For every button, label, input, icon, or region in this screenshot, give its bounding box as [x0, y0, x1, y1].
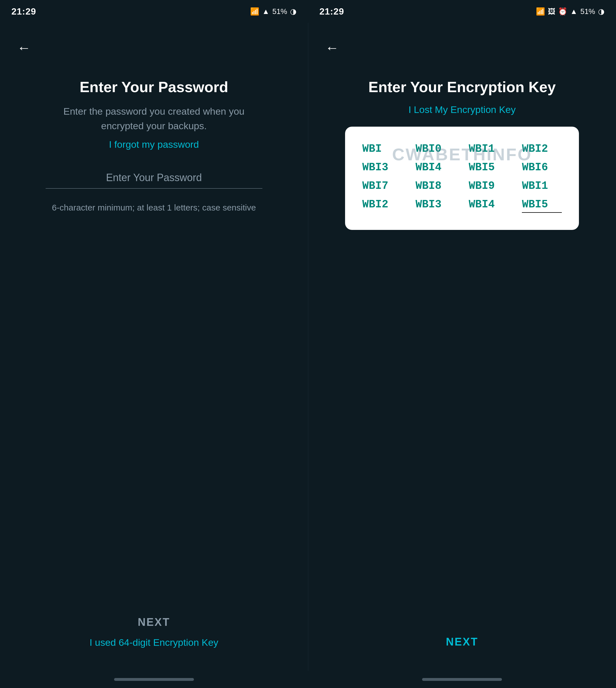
right-bottom-area: NEXT: [446, 636, 478, 671]
back-button-left[interactable]: ←: [17, 40, 31, 56]
battery-right: 51%: [580, 7, 595, 16]
key-token-wbi7: WBI7: [362, 178, 402, 194]
key-token-wbi2b: WBI2: [362, 196, 402, 213]
key-row-3: WBI7 WBI8 WBI9 WBI1: [362, 178, 562, 194]
password-hint: 6-character minimum; at least 1 letters;…: [52, 201, 256, 214]
password-input-container: [46, 167, 262, 189]
key-token-wbi0: WBI0: [416, 141, 456, 157]
key-token-wbi4b: WBI4: [469, 196, 509, 213]
key-token-wbi5-active: WBI5: [522, 196, 562, 213]
key-row-4: WBI2 WBI3 WBI4 WBI5: [362, 196, 562, 213]
signal-icon: ▲: [262, 7, 269, 16]
key-token-wbi1b: WBI1: [522, 178, 562, 194]
left-panel-title: Enter Your Password: [80, 79, 228, 95]
encryption-key-box: WBI WBI0 WBI1 WBI2 WBI3 WBI4 WBI5 WBI6 W…: [345, 127, 579, 230]
key-token-wbi3: WBI3: [362, 159, 402, 175]
wifi-icon: 📶: [250, 7, 259, 16]
home-bar-row: [0, 671, 616, 688]
home-bar-left-container: [0, 671, 308, 688]
key-row-1: WBI WBI0 WBI1 WBI2: [362, 141, 562, 157]
key-row-2: WBI3 WBI4 WBI5 WBI6: [362, 159, 562, 175]
battery-left: 51%: [272, 7, 287, 16]
home-indicator-right: [422, 678, 502, 681]
right-panel: ← CWABETHINFO Enter Your Encryption Key …: [308, 23, 616, 671]
key-token-wbi5: WBI5: [469, 159, 509, 175]
left-panel-subtitle: Enter the password you created when you …: [54, 104, 254, 133]
battery-icon-right: ◑: [598, 7, 604, 16]
home-bar-right-container: [308, 671, 616, 688]
forgot-password-link[interactable]: I forgot my password: [109, 139, 199, 150]
next-button-right[interactable]: NEXT: [446, 636, 478, 648]
right-panel-inner: CWABETHINFO Enter Your Encryption Key I …: [325, 79, 599, 230]
left-panel: ← Enter Your Password Enter the password…: [0, 23, 308, 671]
back-button-right[interactable]: ←: [325, 40, 339, 56]
encryption-key-link[interactable]: I used 64-digit Encryption Key: [90, 637, 218, 648]
signal-icon-right: ▲: [570, 7, 577, 16]
next-button-left[interactable]: NEXT: [138, 616, 170, 628]
lost-key-link[interactable]: I Lost My Encryption Key: [409, 104, 515, 115]
key-token-wbi1: WBI1: [469, 141, 509, 157]
key-token-wbi3b: WBI3: [416, 196, 456, 213]
home-indicator-left: [114, 678, 194, 681]
alarm-icon-right: ⏰: [558, 7, 567, 16]
key-token-wbi8: WBI8: [416, 178, 456, 194]
key-token-wbi: WBI: [362, 141, 402, 157]
image-icon: 🖼: [548, 7, 555, 16]
left-status-time: 21:29: [12, 6, 36, 17]
battery-icon-left: ◑: [290, 7, 296, 16]
key-token-wbi2: WBI2: [522, 141, 562, 157]
key-token-wbi6: WBI6: [522, 159, 562, 175]
key-token-wbi9: WBI9: [469, 178, 509, 194]
right-status-time: 21:29: [320, 6, 344, 17]
key-token-wbi4: WBI4: [416, 159, 456, 175]
left-bottom-area: NEXT I used 64-digit Encryption Key: [90, 616, 218, 671]
right-panel-title: Enter Your Encryption Key: [369, 79, 556, 95]
password-input[interactable]: [46, 167, 262, 189]
wifi-icon-right: 📶: [536, 7, 545, 16]
